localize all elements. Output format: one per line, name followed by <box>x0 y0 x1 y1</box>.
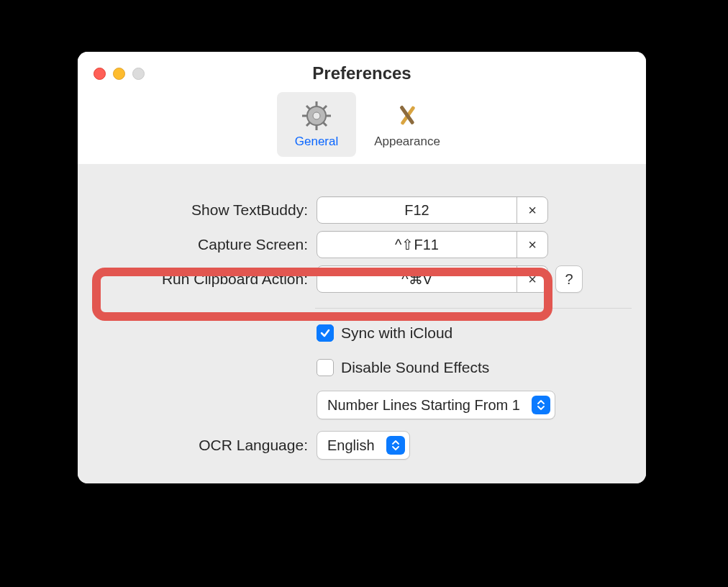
svg-line-8 <box>306 122 310 126</box>
label-run-clipboard-action: Run Clipboard Action: <box>78 270 309 288</box>
clear-shortcut-button[interactable]: × <box>517 266 547 292</box>
tab-label: Appearance <box>374 135 440 149</box>
label-show-textbuddy: Show TextBuddy: <box>78 201 309 219</box>
label-disable-sound: Disable Sound Effects <box>341 359 489 376</box>
label-capture-screen: Capture Screen: <box>78 236 309 253</box>
updown-icon <box>532 396 550 414</box>
popup-ocr-language[interactable]: English <box>317 431 410 460</box>
row-disable-sound: Disable Sound Effects <box>78 350 646 385</box>
preferences-window: Preferences General <box>78 52 646 483</box>
gear-icon <box>301 100 332 132</box>
popup-value: English <box>317 437 385 454</box>
checkbox-disable-sound[interactable] <box>317 359 334 376</box>
titlebar: Preferences General <box>78 52 646 165</box>
help-button[interactable]: ? <box>555 265 583 293</box>
row-number-lines: Number Lines Starting From 1 <box>78 385 646 425</box>
label-sync-icloud: Sync with iCloud <box>341 324 452 342</box>
svg-point-9 <box>313 112 320 119</box>
shortcut-value: ^⌘V <box>317 270 517 288</box>
updown-icon <box>386 436 405 455</box>
popup-value: Number Lines Starting From 1 <box>317 397 530 414</box>
clear-shortcut-button[interactable]: × <box>517 232 547 258</box>
shortcut-run-clipboard-action[interactable]: ^⌘V × <box>317 265 548 293</box>
tab-general[interactable]: General <box>277 92 356 157</box>
checkbox-sync-icloud[interactable] <box>317 324 334 342</box>
row-show-textbuddy: Show TextBuddy: F12 × <box>78 193 646 227</box>
popup-number-lines[interactable]: Number Lines Starting From 1 <box>317 391 555 419</box>
tab-label: General <box>295 135 338 149</box>
row-capture-screen: Capture Screen: ^⇧F11 × <box>78 227 646 262</box>
shortcut-value: ^⇧F11 <box>317 236 517 253</box>
toolbar-tabs: General Appearance <box>78 92 646 157</box>
svg-line-6 <box>323 122 327 126</box>
section-divider <box>315 308 632 309</box>
svg-line-5 <box>306 106 310 109</box>
window-title: Preferences <box>78 63 646 83</box>
row-ocr-language: OCR Language: English <box>78 425 646 465</box>
tab-appearance[interactable]: Appearance <box>368 92 447 157</box>
appearance-icon <box>391 100 423 132</box>
clear-shortcut-button[interactable]: × <box>517 197 547 223</box>
shortcut-value: F12 <box>317 202 517 219</box>
shortcut-capture-screen[interactable]: ^⇧F11 × <box>317 231 548 258</box>
label-ocr-language: OCR Language: <box>78 437 309 454</box>
row-run-clipboard-action: Run Clipboard Action: ^⌘V × ? <box>78 262 646 296</box>
shortcut-show-textbuddy[interactable]: F12 × <box>317 196 548 224</box>
svg-line-7 <box>323 106 327 109</box>
preferences-body: Show TextBuddy: F12 × Capture Screen: ^⇧… <box>78 164 646 483</box>
row-sync-icloud: Sync with iCloud <box>78 316 646 350</box>
